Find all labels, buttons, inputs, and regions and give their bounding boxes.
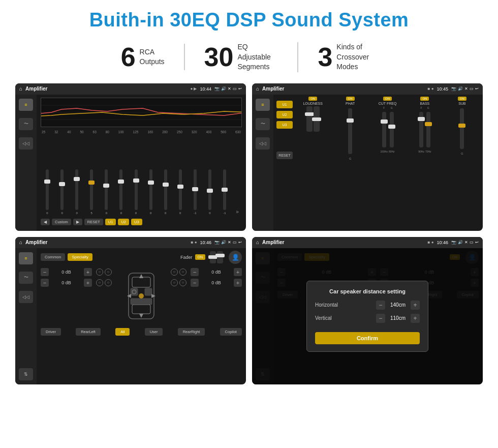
vol-minus-1[interactable]: − [41,268,49,276]
home-icon-dialog[interactable]: ⌂ [256,240,259,245]
phat-on[interactable]: ON [346,97,355,101]
vol-minus-3[interactable]: − [191,268,199,276]
all-btn[interactable]: All [115,328,130,336]
vol-val-4: 0 dB [201,280,232,285]
cutfreq-slider-g[interactable] [390,112,394,147]
eq-thumb-5[interactable] [118,180,124,184]
eq-reset-btn[interactable]: RESET [84,219,103,225]
loudness-slider2[interactable] [314,106,320,132]
vol-plus-1[interactable]: + [84,268,92,276]
vol-minus-4[interactable]: − [191,279,199,287]
screens-grid: ⌂ Amplifier ● ▶ 10:44 📷 🔊 ✕ ▭ ↩ ≡ 〜 ◁◁ [15,83,483,384]
cross-icon-btn[interactable]: ≡ [256,99,270,111]
bass-slider-f[interactable] [419,112,423,147]
home-icon-eq[interactable]: ⌂ [19,86,22,92]
eq-prev-btn[interactable]: ◀ [41,219,50,225]
stat-eq-number: 30 [204,44,234,70]
copilot-btn[interactable]: Copilot [220,328,242,336]
fader-avatar-btn[interactable]: 👤 [229,251,242,264]
back-icon-fader[interactable]: ↩ [238,240,242,245]
eq-custom-btn[interactable]: Custom [52,219,71,225]
driver-btn[interactable]: Driver [41,328,61,336]
cross-u2-btn[interactable]: U2 [276,111,293,118]
eq-slider-5: 0 [114,169,128,215]
expand-icon[interactable]: » [233,209,242,215]
speaker-circ-6: ○ [179,268,186,276]
dialog-title: Car speaker distance setting [315,288,420,294]
fader-main: Common Specialty Fader ON 👤 [37,248,246,384]
back-icon-cross[interactable]: ↩ [475,86,479,91]
eq-thumb-9[interactable] [177,185,183,189]
eq-u2-btn[interactable]: U2 [118,219,129,225]
loudness-slider1[interactable] [306,106,313,132]
x-icon-dialog: ✕ [464,240,468,245]
fader-top-bar: Common Specialty Fader ON 👤 [41,251,242,264]
rearright-btn[interactable]: RearRight [178,328,205,336]
svg-rect-4 [132,277,150,287]
cross-u3-btn[interactable]: U3 [276,121,293,129]
cross-spk-btn[interactable]: ◁◁ [256,137,270,150]
back-icon-eq[interactable]: ↩ [238,86,242,91]
fader-slider1[interactable] [210,251,216,263]
cross-wave-btn[interactable]: 〜 [256,118,270,130]
sub-slider[interactable] [460,108,464,149]
amplifier-title-fader: Amplifier [25,240,188,245]
eq-thumb-1[interactable] [59,182,65,186]
vol-plus-3[interactable]: + [234,268,242,276]
speaker-icon-btn[interactable]: ◁◁ [19,137,33,150]
eq-thumb-10[interactable] [192,187,198,191]
eq-thumb-7[interactable] [148,181,154,185]
specialty-mode-btn[interactable]: Specialty [68,253,92,261]
eq-u1-btn[interactable]: U1 [105,219,116,225]
eq-thumb-2[interactable] [74,177,80,181]
sub-on[interactable]: ON [458,97,466,101]
eq-thumb-8[interactable] [163,183,169,187]
fader-icon-btn[interactable]: ≡ [19,252,33,264]
fader-spk-btn[interactable]: ◁◁ [19,291,33,303]
eq-u3-btn[interactable]: U3 [131,219,142,225]
rearleft-btn[interactable]: RearLeft [76,328,101,336]
home-icon-fader[interactable]: ⌂ [19,240,22,245]
eq-slider-4: 0 [100,169,113,215]
vol-plus-2[interactable]: + [84,279,92,287]
bass-slider-g[interactable] [426,112,430,147]
eq-thumb-6[interactable] [133,178,139,183]
amplifier-title-cross: Amplifier [262,86,425,92]
speaker-circ-7: ○ [171,279,178,286]
cross-u1-btn[interactable]: U1 [276,101,293,108]
fader-on-badge[interactable]: ON [195,254,206,260]
horizontal-minus-btn[interactable]: − [376,301,385,310]
speaker-circ-1: ○ [96,268,103,276]
wave-icon-btn[interactable]: 〜 [19,118,33,130]
fader-slider2[interactable] [217,251,223,263]
vol-ctrl-2: − 0 dB + ○ ○ [41,279,112,287]
cutfreq-on[interactable]: ON [383,97,392,101]
phat-slider[interactable] [348,108,352,154]
cutfreq-slider-f[interactable] [382,112,386,147]
back-icon-dialog[interactable]: ↩ [475,240,479,245]
screen-crossover: ⌂ Amplifier ■ ● 10:45 📷 🔊 ✕ ▭ ↩ ≡ 〜 ◁◁ [252,83,483,231]
eq-icon-btn[interactable]: ≡ [19,99,33,111]
fader-wave-btn[interactable]: 〜 [19,272,33,284]
horizontal-plus-btn[interactable]: + [411,301,420,310]
bass-on[interactable]: ON [420,97,429,101]
eq-thumb-4[interactable] [103,184,109,188]
vol-minus-2[interactable]: − [41,279,49,287]
home-icon-cross[interactable]: ⌂ [256,86,259,92]
eq-thumb-11[interactable] [207,189,213,193]
eq-thumb-12[interactable] [222,188,228,192]
cross-reset-btn[interactable]: RESET [276,152,293,159]
confirm-button[interactable]: Confirm [315,332,420,344]
common-mode-btn[interactable]: Common [41,253,65,261]
eq-thumb-0[interactable] [44,180,50,184]
vertical-plus-btn[interactable]: + [411,314,420,323]
fader-arrow-btn[interactable]: ⇅ [19,368,33,380]
eq-play-btn[interactable]: ▶ [73,219,82,225]
eq-slider-12: -1 [218,169,231,215]
svg-rect-9 [131,298,152,305]
loudness-on[interactable]: ON [308,97,317,101]
vol-plus-4[interactable]: + [234,279,242,287]
window-icon-eq: ▭ [233,86,237,91]
user-btn[interactable]: User [145,328,163,336]
vertical-minus-btn[interactable]: − [376,314,385,323]
